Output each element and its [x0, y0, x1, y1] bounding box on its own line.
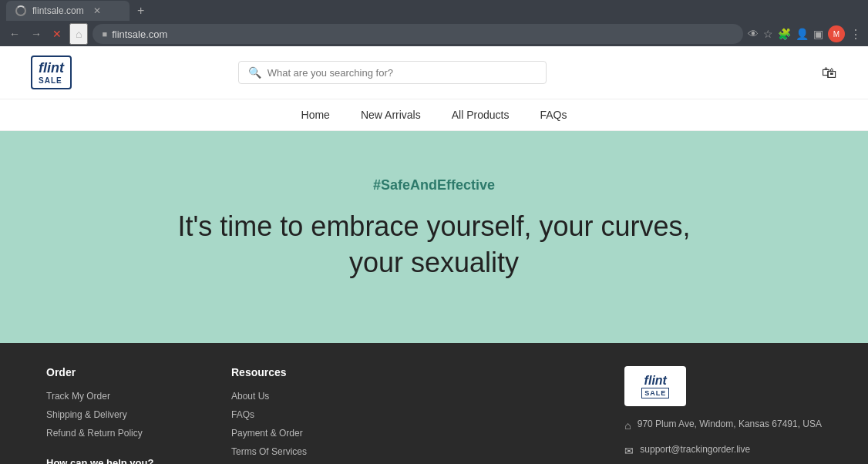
hero-section: #SafeAndEffective It's time to embrace y…: [0, 131, 868, 343]
profile-sync-icon[interactable]: 👤: [796, 28, 809, 40]
new-tab-button[interactable]: +: [133, 2, 149, 19]
logo-sale-text: SALE: [39, 76, 64, 85]
footer-logo-sale: SALE: [641, 388, 669, 398]
search-input[interactable]: [267, 67, 537, 79]
nav-home[interactable]: Home: [301, 109, 330, 121]
nav-all-products[interactable]: All Products: [452, 109, 510, 121]
eye-icon: 👁: [748, 28, 759, 40]
back-button[interactable]: ←: [6, 25, 23, 43]
site-footer: Order Track My Order Shipping & Delivery…: [0, 343, 868, 464]
search-bar[interactable]: 🔍: [238, 61, 547, 84]
footer-email-text: support@trackingorder.live: [640, 444, 750, 455]
hero-heading: It's time to embrace yourself, your curv…: [164, 209, 704, 281]
home-button[interactable]: ⌂: [69, 23, 88, 45]
forward-button[interactable]: →: [28, 25, 45, 43]
footer-help-heading: How can we help you?: [46, 457, 185, 464]
lock-icon: ■: [102, 29, 107, 39]
star-icon[interactable]: ☆: [763, 28, 773, 40]
footer-shipping[interactable]: Shipping & Delivery: [46, 409, 185, 420]
footer-help-section: How can we help you? Contact Us: [46, 457, 185, 464]
footer-logo: flint SALE: [624, 366, 686, 406]
footer-email-row: ✉ support@trackingorder.live: [624, 444, 822, 457]
tab-loading-icon: [15, 5, 26, 16]
nav-new-arrivals[interactable]: New Arrivals: [361, 109, 421, 121]
site-nav: Home New Arrivals All Products FAQs: [0, 99, 868, 131]
footer-address: ⌂ 970 Plum Ave, Windom, Kansas 67491, US…: [624, 419, 822, 432]
footer-about-us[interactable]: About Us: [231, 391, 370, 402]
nav-faqs[interactable]: FAQs: [540, 109, 567, 121]
site-header: flint SALE 🔍 🛍: [0, 46, 868, 99]
email-icon: ✉: [624, 445, 634, 457]
footer-resources-title: Resources: [231, 366, 370, 378]
footer-refund[interactable]: Refund & Return Policy: [46, 428, 185, 439]
search-icon: 🔍: [248, 66, 261, 79]
logo-flint-text: flint: [39, 60, 64, 76]
extensions-icon[interactable]: 🧩: [778, 28, 791, 40]
footer-faqs[interactable]: FAQs: [231, 409, 370, 420]
active-tab[interactable]: flintsale.com ✕: [6, 1, 130, 21]
site-container: flint SALE 🔍 🛍 Home New Arrivals All Pro…: [0, 46, 868, 464]
cart-button[interactable]: 🛍: [822, 64, 837, 82]
footer-resources-col: Resources About Us FAQs Payment & Order …: [231, 366, 370, 464]
footer-logo-flint: flint: [644, 374, 667, 388]
footer-brand-col: flint SALE ⌂ 970 Plum Ave, Windom, Kansa…: [624, 366, 822, 464]
footer-payment[interactable]: Payment & Order: [231, 428, 370, 439]
user-avatar[interactable]: M: [828, 25, 845, 42]
tab-close-btn[interactable]: ✕: [93, 5, 101, 16]
logo[interactable]: flint SALE: [31, 55, 93, 89]
stop-reload-button[interactable]: ✕: [49, 25, 65, 43]
browser-chrome: flintsale.com ✕ + ← → ✕ ⌂ ■ flintsale.co…: [0, 0, 868, 46]
footer-order-title: Order: [46, 366, 185, 378]
hero-hashtag: #SafeAndEffective: [31, 177, 837, 193]
footer-track-order[interactable]: Track My Order: [46, 391, 185, 402]
tab-title-text: flintsale.com: [32, 5, 84, 16]
cart-icon: 🛍: [822, 64, 837, 81]
address-text: flintsale.com: [112, 29, 167, 40]
address-bar[interactable]: ■ flintsale.com: [93, 24, 743, 44]
footer-terms[interactable]: Terms Of Services: [231, 446, 370, 457]
browser-menu-button[interactable]: ⋮: [849, 27, 862, 42]
footer-address-text: 970 Plum Ave, Windom, Kansas 67491, USA: [638, 419, 822, 429]
sidebar-icon[interactable]: ▣: [813, 28, 823, 40]
footer-order-col: Order Track My Order Shipping & Delivery…: [46, 366, 185, 464]
home-icon: ⌂: [624, 419, 631, 432]
